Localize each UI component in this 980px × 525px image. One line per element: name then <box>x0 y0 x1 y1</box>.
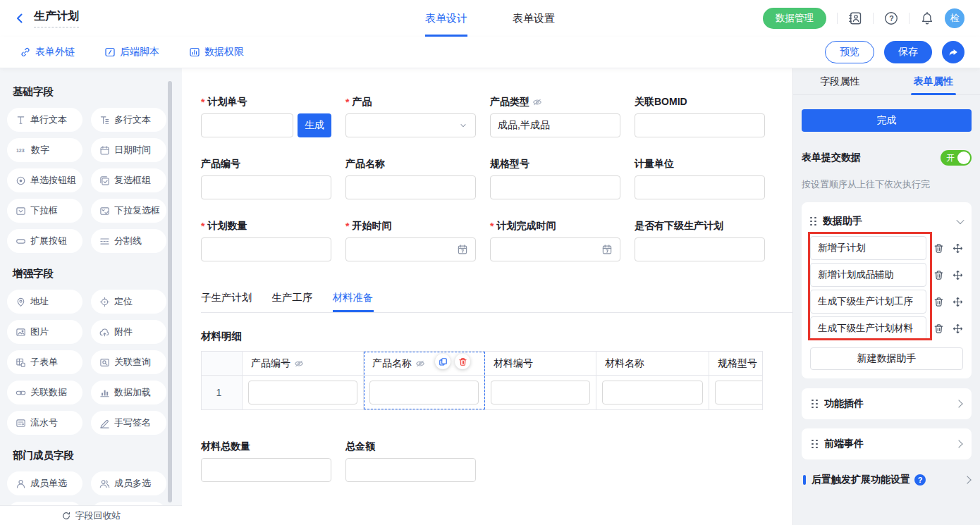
form-external-link[interactable]: 表单外链 <box>20 46 75 58</box>
field-has-sub-plan[interactable]: 是否有下级生产计划 <box>635 219 765 261</box>
tab-form-properties[interactable]: 表单属性 <box>887 68 980 94</box>
generate-button[interactable]: 生成 <box>298 113 331 137</box>
field-pill-select[interactable]: 下拉框 <box>7 199 82 223</box>
field-pill-member-multi[interactable]: 成员多选 <box>91 471 166 495</box>
move-icon[interactable] <box>953 297 963 307</box>
cell-input-spec-model[interactable] <box>715 381 763 404</box>
notification-bell-icon[interactable] <box>920 11 934 25</box>
frontend-event-card[interactable]: 前端事件 <box>802 428 972 459</box>
help-icon[interactable]: ? <box>914 474 926 486</box>
post-trigger-settings[interactable]: 后置触发扩展功能设置 ? <box>802 474 972 486</box>
cell-input-material-name[interactable] <box>602 381 703 404</box>
data-assistant-header[interactable]: 数据助手 <box>810 209 963 233</box>
column-header-material-code[interactable]: 材料编号 <box>485 352 596 376</box>
move-icon[interactable] <box>953 270 963 280</box>
cell-input-material-code[interactable] <box>491 381 590 404</box>
delete-icon[interactable] <box>933 297 944 307</box>
field-unit[interactable]: 计量单位 <box>635 157 765 199</box>
backend-script-link[interactable]: 后端脚本 <box>104 46 159 58</box>
drag-handle-icon[interactable] <box>810 217 816 226</box>
field-pill-image[interactable]: 图片 <box>7 320 82 344</box>
cell-input-product-name[interactable] <box>369 381 479 404</box>
total-qty-input[interactable] <box>201 458 331 482</box>
tab-material-preparation[interactable]: 材料准备 <box>333 291 374 312</box>
product-code-input[interactable] <box>201 175 331 199</box>
copy-column-button[interactable] <box>435 354 451 369</box>
finish-time-input[interactable] <box>490 237 620 261</box>
user-avatar[interactable]: 检 <box>945 8 964 28</box>
bom-id-input[interactable] <box>635 113 765 137</box>
field-pill-serial-number[interactable]: 流水号 <box>7 411 82 435</box>
field-recycle-bin[interactable]: 字段回收站 <box>0 505 182 525</box>
field-start-time[interactable]: *开始时间 <box>345 219 476 261</box>
field-pill-divider[interactable]: 分割线 <box>91 229 166 253</box>
field-spec-model[interactable]: 规格型号 <box>490 157 620 199</box>
field-pill-linked-query[interactable]: 关联查询 <box>91 350 166 374</box>
field-product-code[interactable]: 产品编号 <box>201 157 331 199</box>
assistant-item-button[interactable]: 新增子计划 <box>810 236 926 260</box>
field-pill-radio-group[interactable]: 单选按钮组 <box>7 168 82 192</box>
back-icon[interactable] <box>14 13 25 24</box>
field-pill-subform[interactable]: 子表单 <box>7 350 82 374</box>
sidebar-scrollbar[interactable] <box>168 81 172 502</box>
start-time-input[interactable] <box>345 237 476 261</box>
delete-icon[interactable] <box>933 323 944 334</box>
tab-sub-production-plan[interactable]: 子生产计划 <box>201 291 252 312</box>
field-product-name[interactable]: 产品名称 <box>345 157 476 199</box>
column-header-spec-model[interactable]: 规格型号 <box>709 352 763 376</box>
tab-production-process[interactable]: 生产工序 <box>272 291 313 312</box>
field-plan-qty[interactable]: *计划数量 <box>201 219 331 261</box>
field-pill-attachment[interactable]: 附件 <box>91 320 166 344</box>
field-pill-datetime[interactable]: 日期时间 <box>91 138 166 162</box>
drag-handle-icon[interactable] <box>811 400 818 409</box>
total-amount-input[interactable] <box>345 458 476 482</box>
move-icon[interactable] <box>953 243 963 254</box>
plugin-section-card[interactable]: 功能插件 <box>802 388 972 419</box>
field-pill-number[interactable]: 123数字 <box>7 138 82 162</box>
delete-icon[interactable] <box>933 243 944 254</box>
move-icon[interactable] <box>953 323 963 334</box>
product-select[interactable] <box>345 113 476 137</box>
chevron-down-icon[interactable] <box>956 216 964 224</box>
unit-input[interactable] <box>635 175 765 199</box>
done-button[interactable]: 完成 <box>802 109 972 132</box>
cell-input-product-code[interactable] <box>248 381 357 404</box>
preview-button[interactable]: 预览 <box>825 41 874 63</box>
spec-model-input[interactable] <box>490 175 620 199</box>
delete-icon[interactable] <box>933 270 944 280</box>
field-pill-single-line-text[interactable]: 单行文本 <box>7 108 82 132</box>
field-plan-no[interactable]: *计划单号 生成 <box>201 95 331 137</box>
field-total-amount[interactable]: 总金额 <box>345 440 476 482</box>
field-total-qty[interactable]: 材料总数量 <box>201 440 331 482</box>
delete-column-button[interactable] <box>455 354 470 369</box>
field-pill-signature[interactable]: 手写签名 <box>91 411 166 435</box>
data-permission-link[interactable]: 数据权限 <box>189 46 244 58</box>
chevron-right-icon[interactable] <box>955 440 962 447</box>
tab-form-settings[interactable]: 表单设置 <box>513 0 555 37</box>
help-icon[interactable]: ? <box>884 11 898 25</box>
product-type-input[interactable]: 成品,半成品 <box>490 113 620 137</box>
create-assistant-button[interactable]: 新建数据助手 <box>810 347 963 370</box>
column-header-material-name[interactable]: 材料名称 <box>596 352 709 376</box>
field-pill-checkbox-group[interactable]: 复选框组 <box>91 168 166 192</box>
drag-handle-icon[interactable] <box>811 440 818 449</box>
contacts-icon[interactable] <box>848 11 862 25</box>
field-pill-multi-select[interactable]: 下拉复选框 <box>91 199 166 223</box>
product-name-input[interactable] <box>345 175 476 199</box>
data-manage-button[interactable]: 数据管理 <box>763 8 826 29</box>
column-header-product-code[interactable]: 产品编号 <box>243 352 364 376</box>
chevron-right-icon[interactable] <box>955 400 962 407</box>
field-pill-location[interactable]: 定位 <box>91 290 166 314</box>
tab-form-design[interactable]: 表单设计 <box>425 0 467 37</box>
field-pill-member-single[interactable]: 成员单选 <box>7 471 82 495</box>
field-pill-multi-line-text[interactable]: 多行文本 <box>91 108 166 132</box>
assistant-item-button[interactable]: 新增计划成品辅助 <box>810 263 926 287</box>
field-pill-data-load[interactable]: 数据加载 <box>91 381 166 404</box>
field-bom-id[interactable]: 关联BOMID <box>635 95 765 137</box>
field-product-type[interactable]: 产品类型 成品,半成品 <box>490 95 620 137</box>
chevron-right-icon[interactable] <box>963 476 971 483</box>
field-pill-extend-button[interactable]: 扩展按钮 <box>7 229 82 253</box>
field-finish-time[interactable]: *计划完成时间 <box>490 219 620 261</box>
field-product[interactable]: *产品 <box>345 95 476 137</box>
plan-no-input[interactable] <box>201 113 293 137</box>
